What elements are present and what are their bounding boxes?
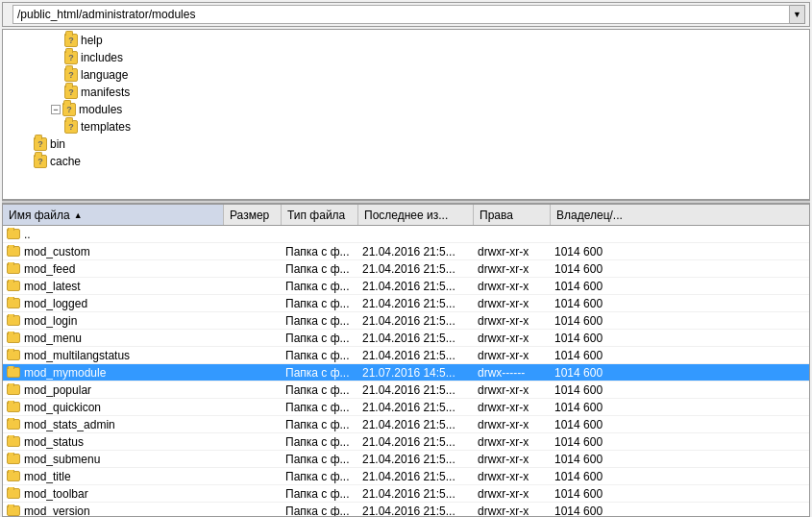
tree-item-cache[interactable]: cache bbox=[3, 153, 809, 170]
file-list[interactable]: .. mod_custom Папка с ф... 21.04.2016 21… bbox=[3, 226, 809, 516]
file-date: 21.04.2016 21:5... bbox=[358, 314, 474, 328]
file-owner: 1014 600 bbox=[551, 262, 627, 276]
file-owner: 1014 600 bbox=[551, 332, 627, 345]
file-owner: 1014 600 bbox=[551, 418, 627, 431]
folder-icon bbox=[7, 229, 20, 239]
file-type: Папка с ф... bbox=[282, 349, 358, 362]
file-row[interactable]: mod_logged Папка с ф... 21.04.2016 21:5.… bbox=[3, 295, 809, 312]
file-date: 21.04.2016 21:5... bbox=[358, 418, 474, 431]
path-input[interactable] bbox=[12, 5, 790, 24]
file-type: Папка с ф... bbox=[282, 280, 358, 293]
file-row[interactable]: mod_popular Папка с ф... 21.04.2016 21:5… bbox=[3, 382, 809, 399]
file-name: mod_submenu bbox=[3, 453, 224, 466]
file-name: mod_version bbox=[3, 505, 224, 517]
file-date: 21.04.2016 21:5... bbox=[358, 435, 474, 449]
file-row[interactable]: mod_quickicon Папка с ф... 21.04.2016 21… bbox=[3, 399, 809, 416]
file-perms: drwx------ bbox=[474, 366, 551, 380]
file-owner: 1014 600 bbox=[551, 366, 627, 380]
file-date: 21.04.2016 21:5... bbox=[358, 470, 474, 483]
tree-item-manifests[interactable]: manifests bbox=[3, 84, 809, 101]
file-date: 21.04.2016 21:5... bbox=[358, 401, 474, 414]
folder-icon bbox=[7, 454, 20, 464]
file-row[interactable]: mod_status Папка с ф... 21.04.2016 21:5.… bbox=[3, 433, 809, 451]
tree-label-manifests: manifests bbox=[81, 86, 130, 99]
tree-item-templates[interactable]: templates bbox=[3, 118, 809, 135]
tree-label-language: language bbox=[81, 68, 128, 82]
file-row[interactable]: mod_multilangstatus Папка с ф... 21.04.2… bbox=[3, 347, 809, 364]
file-perms: drwxr-xr-x bbox=[474, 383, 551, 397]
path-bar: ▼ bbox=[2, 2, 810, 27]
tree-label-modules: modules bbox=[79, 103, 122, 116]
path-dropdown-btn[interactable]: ▼ bbox=[790, 5, 805, 24]
file-type: Папка с ф... bbox=[282, 418, 358, 431]
file-row[interactable]: .. bbox=[3, 226, 809, 243]
file-owner: 1014 600 bbox=[551, 435, 627, 449]
folder-icon bbox=[7, 471, 20, 481]
file-name: mod_multilangstatus bbox=[3, 349, 224, 362]
tree-item-language[interactable]: language bbox=[3, 66, 809, 84]
file-perms: drwxr-xr-x bbox=[474, 297, 551, 310]
file-date: 21.04.2016 21:5... bbox=[358, 349, 474, 362]
tree-item-bin[interactable]: bin bbox=[3, 135, 809, 153]
col-header-size[interactable]: Размер bbox=[224, 205, 282, 225]
file-row[interactable]: mod_version Папка с ф... 21.04.2016 21:5… bbox=[3, 503, 809, 516]
folder-icon bbox=[7, 384, 20, 395]
file-owner: 1014 600 bbox=[551, 401, 627, 414]
tree-label-help: help bbox=[81, 34, 103, 47]
file-date: 21.04.2016 21:5... bbox=[358, 297, 474, 310]
file-owner: 1014 600 bbox=[551, 470, 627, 483]
file-perms: drwxr-xr-x bbox=[474, 487, 551, 501]
file-perms: drwxr-xr-x bbox=[474, 262, 551, 276]
col-header-type[interactable]: Тип файла bbox=[282, 205, 358, 225]
tree-item-help[interactable]: help bbox=[3, 32, 809, 49]
col-label-name: Имя файла bbox=[9, 209, 70, 222]
file-row[interactable]: mod_toolbar Папка с ф... 21.04.2016 21:5… bbox=[3, 485, 809, 503]
folder-icon-manifests bbox=[64, 86, 78, 99]
file-name: mod_logged bbox=[3, 297, 224, 310]
file-type: Папка с ф... bbox=[282, 245, 358, 258]
tree-label-cache: cache bbox=[50, 155, 81, 168]
file-row[interactable]: mod_menu Папка с ф... 21.04.2016 21:5...… bbox=[3, 330, 809, 347]
file-perms: drwxr-xr-x bbox=[474, 332, 551, 345]
file-row[interactable]: mod_submenu Папка с ф... 21.04.2016 21:5… bbox=[3, 451, 809, 468]
file-owner: 1014 600 bbox=[551, 280, 627, 293]
folder-icon bbox=[7, 315, 20, 326]
file-date: 21.04.2016 21:5... bbox=[358, 332, 474, 345]
col-label-owner: Владелец/... bbox=[556, 209, 623, 222]
folder-icon bbox=[7, 263, 20, 274]
file-type: Папка с ф... bbox=[282, 435, 358, 449]
file-row[interactable]: mod_latest Папка с ф... 21.04.2016 21:5.… bbox=[3, 278, 809, 295]
col-header-perms[interactable]: Права bbox=[474, 205, 551, 225]
file-type: Папка с ф... bbox=[282, 401, 358, 414]
file-perms: drwxr-xr-x bbox=[474, 470, 551, 483]
file-type: Папка с ф... bbox=[282, 262, 358, 276]
file-row[interactable]: mod_stats_admin Папка с ф... 21.04.2016 … bbox=[3, 416, 809, 433]
file-name: mod_feed bbox=[3, 262, 224, 276]
file-name: mod_menu bbox=[3, 332, 224, 345]
sort-arrow-name: ▲ bbox=[74, 210, 83, 220]
col-label-date: Последнее из... bbox=[364, 209, 448, 222]
col-header-owner[interactable]: Владелец/... bbox=[551, 205, 627, 225]
file-perms: drwxr-xr-x bbox=[474, 418, 551, 431]
column-headers: Имя файла▲РазмерТип файлаПоследнее из...… bbox=[3, 205, 809, 226]
expand-icon-modules[interactable]: − bbox=[51, 105, 61, 114]
file-row[interactable]: mod_login Папка с ф... 21.04.2016 21:5..… bbox=[3, 312, 809, 330]
tree-label-templates: templates bbox=[81, 120, 131, 134]
file-row[interactable]: mod_title Папка с ф... 21.04.2016 21:5..… bbox=[3, 468, 809, 485]
file-perms: drwxr-xr-x bbox=[474, 245, 551, 258]
tree-item-includes[interactable]: includes bbox=[3, 49, 809, 66]
file-owner: 1014 600 bbox=[551, 245, 627, 258]
folder-icon-includes bbox=[64, 51, 78, 64]
file-date: 21.04.2016 21:5... bbox=[358, 245, 474, 258]
col-header-date[interactable]: Последнее из... bbox=[358, 205, 474, 225]
file-owner: 1014 600 bbox=[551, 297, 627, 310]
col-header-name[interactable]: Имя файла▲ bbox=[3, 205, 224, 225]
tree-panel: helpincludeslanguagemanifests−modulestem… bbox=[2, 29, 810, 200]
file-date: 21.04.2016 21:5... bbox=[358, 505, 474, 517]
file-row[interactable]: mod_custom Папка с ф... 21.04.2016 21:5.… bbox=[3, 243, 809, 260]
folder-icon bbox=[7, 436, 20, 447]
file-row[interactable]: mod_mymodule Папка с ф... 21.07.2016 14:… bbox=[3, 364, 809, 382]
file-type: Папка с ф... bbox=[282, 297, 358, 310]
file-row[interactable]: mod_feed Папка с ф... 21.04.2016 21:5...… bbox=[3, 260, 809, 278]
tree-item-modules[interactable]: −modules bbox=[3, 101, 809, 118]
